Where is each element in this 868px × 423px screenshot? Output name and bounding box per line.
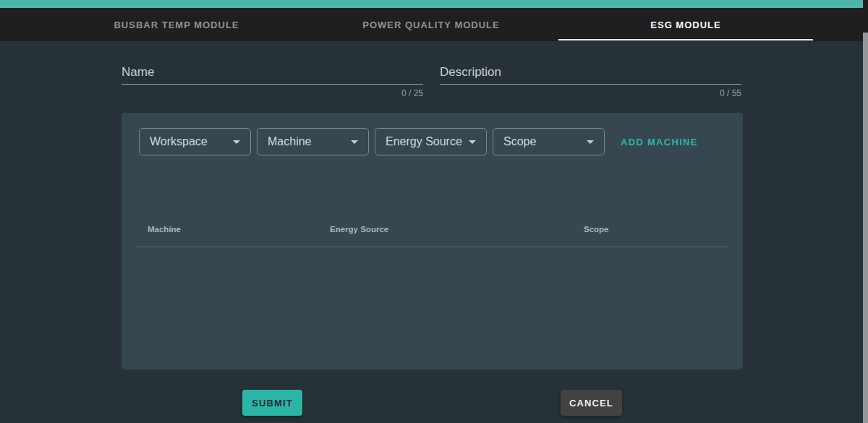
tab-power-quality-module[interactable]: POWER QUALITY MODULE [304, 8, 558, 41]
workspace-select[interactable]: Workspace [139, 128, 251, 155]
scrollbar-thumb[interactable] [863, 33, 868, 423]
scope-select-label: Scope [503, 135, 536, 148]
description-input[interactable]: Description [440, 64, 741, 85]
table-header-energy-source: Energy Source [330, 225, 388, 234]
machine-select-label: Machine [268, 135, 311, 148]
top-accent-bar [0, 0, 863, 8]
machine-select[interactable]: Machine [257, 128, 369, 155]
tab-esg-module[interactable]: ESG MODULE [558, 8, 813, 41]
machine-table-body [136, 247, 728, 369]
scope-select[interactable]: Scope [493, 128, 605, 155]
tab-busbar-temp-module[interactable]: BUSBAR TEMP MODULE [49, 8, 304, 41]
chevron-down-icon [351, 140, 358, 144]
workspace-select-label: Workspace [150, 135, 208, 148]
chevron-down-icon [469, 140, 476, 144]
name-char-counter: 0 / 25 [122, 88, 423, 98]
machine-config-panel: Workspace Machine Energy Source Scope AD… [122, 113, 743, 369]
cancel-button[interactable]: CANCEL [561, 390, 622, 416]
scrollbar-track[interactable] [863, 0, 868, 423]
description-char-counter: 0 / 55 [440, 88, 741, 98]
chevron-down-icon [587, 140, 594, 144]
tab-bar: BUSBAR TEMP MODULE POWER QUALITY MODULE … [0, 8, 863, 41]
tabs-container: BUSBAR TEMP MODULE POWER QUALITY MODULE … [49, 8, 813, 41]
table-header-machine: Machine [148, 225, 181, 234]
table-header-scope: Scope [584, 225, 609, 234]
energy-source-select[interactable]: Energy Source [375, 128, 487, 155]
name-input[interactable]: Name [122, 64, 423, 85]
energy-source-select-label: Energy Source [386, 135, 462, 148]
dropdown-row: Workspace Machine Energy Source Scope [139, 128, 605, 155]
submit-button[interactable]: SUBMIT [242, 390, 302, 416]
chevron-down-icon [233, 140, 240, 144]
name-field[interactable]: Name 0 / 25 [122, 64, 423, 98]
description-field[interactable]: Description 0 / 55 [440, 64, 741, 98]
add-machine-button[interactable]: ADD MACHINE [621, 128, 698, 155]
